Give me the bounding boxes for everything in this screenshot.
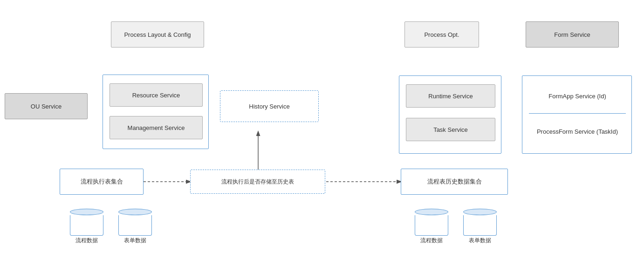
container-divider xyxy=(529,113,626,114)
cyl-body-3 xyxy=(415,215,448,236)
condition-label: 流程执行后是否存储至历史表 xyxy=(221,178,294,186)
formapp-service-box: FormApp Service (Id) xyxy=(529,84,626,108)
cylinder-process1: 流程数据 xyxy=(70,209,103,245)
cyl-body-1 xyxy=(70,215,103,236)
ou-service-box: OU Service xyxy=(5,93,88,119)
management-service-label: Management Service xyxy=(128,124,185,131)
cyl-label-process2: 流程数据 xyxy=(420,237,443,245)
history-collection-box: 流程表历史数据集合 xyxy=(401,169,508,195)
resource-service-box: Resource Service xyxy=(110,83,203,107)
process-layout-label: Process Layout & Config xyxy=(124,31,191,38)
process-opt-box: Process Opt. xyxy=(404,21,479,48)
processform-service-box: ProcessForm Service (TaskId) xyxy=(529,117,626,146)
history-collection-label: 流程表历史数据集合 xyxy=(427,177,482,186)
process-layout-box: Process Layout & Config xyxy=(111,21,204,48)
task-service-box: Task Service xyxy=(406,118,495,141)
ou-service-label: OU Service xyxy=(31,103,62,110)
runtime-service-box: Runtime Service xyxy=(406,84,495,108)
processform-service-label: ProcessForm Service (TaskId) xyxy=(537,128,618,135)
architecture-diagram: Process Layout & Config Process Opt. For… xyxy=(0,0,644,259)
process-opt-label: Process Opt. xyxy=(424,31,459,38)
cyl-label-form2: 表单数据 xyxy=(469,237,491,245)
condition-label-box: 流程执行后是否存储至历史表 xyxy=(190,170,325,194)
cylinder-form2: 表单数据 xyxy=(463,209,497,245)
cylinder-form1: 表单数据 xyxy=(118,209,152,245)
cyl-body-2 xyxy=(118,215,152,236)
cyl-top-3 xyxy=(415,209,448,215)
form-service-box: Form Service xyxy=(526,21,619,48)
resource-service-label: Resource Service xyxy=(132,92,180,99)
cyl-label-form1: 表单数据 xyxy=(124,237,146,245)
cyl-top-4 xyxy=(463,209,497,215)
cyl-label-process1: 流程数据 xyxy=(75,237,98,245)
resource-management-container: Resource Service Management Service xyxy=(103,75,209,149)
cyl-body-4 xyxy=(463,215,497,236)
management-service-box: Management Service xyxy=(110,116,203,139)
history-service-box: History Service xyxy=(220,90,319,122)
cylinder-process2: 流程数据 xyxy=(415,209,448,245)
cyl-top-2 xyxy=(118,209,152,215)
formapp-service-label: FormApp Service (Id) xyxy=(548,93,606,100)
runtime-service-label: Runtime Service xyxy=(428,93,473,100)
form-service-label: Form Service xyxy=(554,31,590,38)
history-service-label: History Service xyxy=(249,103,289,110)
exec-collection-box: 流程执行表集合 xyxy=(60,169,144,195)
runtime-task-container: Runtime Service Task Service xyxy=(399,75,501,154)
formapp-processform-container: FormApp Service (Id) ProcessForm Service… xyxy=(522,75,632,154)
cyl-top-1 xyxy=(70,209,103,215)
task-service-label: Task Service xyxy=(433,126,468,133)
exec-collection-label: 流程执行表集合 xyxy=(81,177,123,186)
